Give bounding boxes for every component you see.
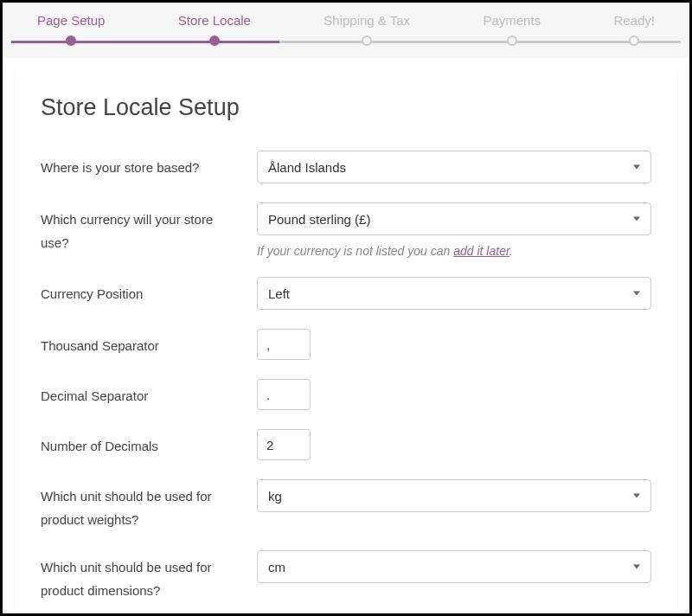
step-page-setup[interactable]: Page Setup [37, 13, 105, 46]
add-it-later-link[interactable]: add it later [453, 244, 509, 258]
step-dot-icon [362, 35, 372, 46]
select-currency[interactable]: Pound sterling (£) [257, 202, 651, 235]
stepper: Page Setup Store Locale Shipping & Tax P… [3, 3, 689, 58]
label-weight: Which unit should be used for product we… [41, 479, 257, 531]
select-dimension-unit[interactable]: cm [257, 550, 651, 583]
form-card: Store Locale Setup Where is your store b… [15, 70, 677, 616]
label-position: Currency Position [41, 277, 257, 305]
row-dimension: Which unit should be used for product di… [41, 550, 651, 602]
input-decimal-separator[interactable] [257, 379, 311, 410]
chevron-down-icon [633, 565, 640, 569]
page-title: Store Locale Setup [41, 94, 651, 121]
label-decimal: Decimal Separator [41, 379, 257, 407]
select-value: Pound sterling (£) [268, 212, 370, 227]
step-dot-icon [507, 35, 517, 46]
select-country[interactable]: Åland Islands [257, 151, 651, 183]
step-dot-icon [66, 35, 76, 46]
currency-hint: If your currency is not listed you can a… [257, 244, 651, 258]
step-ready[interactable]: Ready! [613, 13, 655, 46]
label-currency: Which currency will your store use? [41, 202, 257, 254]
label-country: Where is your store based? [41, 151, 257, 179]
step-label: Store Locale [178, 13, 251, 28]
select-value: kg [268, 489, 282, 504]
step-payments[interactable]: Payments [483, 13, 541, 46]
step-label: Payments [483, 13, 541, 28]
select-value: Left [268, 286, 290, 301]
row-decimals: Number of Decimals [41, 429, 651, 460]
select-weight-unit[interactable]: kg [257, 479, 651, 512]
row-country: Where is your store based? Åland Islands [41, 151, 651, 183]
label-decimals: Number of Decimals [41, 429, 257, 458]
step-store-locale[interactable]: Store Locale [178, 13, 251, 46]
chevron-down-icon [633, 292, 640, 296]
input-thousand-separator[interactable] [257, 329, 311, 360]
step-label: Ready! [613, 13, 655, 28]
step-label: Page Setup [37, 13, 105, 28]
chevron-down-icon [633, 165, 640, 170]
input-number-of-decimals[interactable] [257, 429, 311, 460]
select-position[interactable]: Left [257, 277, 651, 310]
row-currency: Which currency will your store use? Poun… [41, 202, 651, 258]
step-dot-icon [209, 35, 220, 46]
label-dimension: Which unit should be used for product di… [41, 550, 257, 602]
step-label: Shipping & Tax [324, 13, 410, 28]
row-weight: Which unit should be used for product we… [41, 479, 651, 531]
row-decimal: Decimal Separator [41, 379, 651, 410]
row-thousand: Thousand Separator [41, 329, 651, 360]
row-position: Currency Position Left [41, 277, 651, 310]
step-dot-icon [629, 35, 639, 46]
select-value: Åland Islands [268, 160, 346, 175]
chevron-down-icon [633, 217, 640, 221]
label-thousand: Thousand Separator [41, 329, 257, 357]
select-value: cm [268, 560, 285, 574]
step-shipping-tax[interactable]: Shipping & Tax [324, 13, 410, 46]
chevron-down-icon [633, 494, 640, 498]
